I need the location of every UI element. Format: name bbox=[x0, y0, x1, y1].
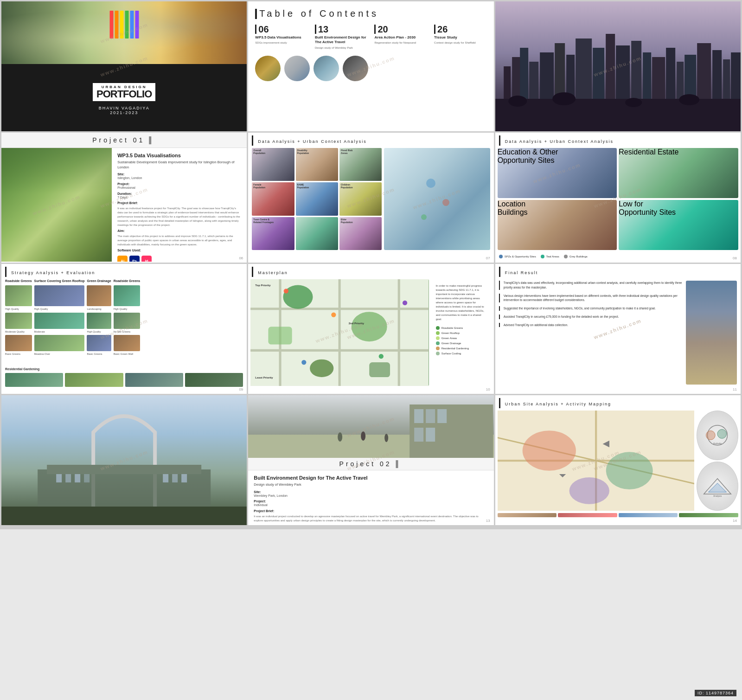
strategy-col-1: Roadside Greens High Quality Moderate Qu… bbox=[5, 279, 32, 363]
da2-label-2: Residential Estate bbox=[619, 148, 738, 156]
aim-text: The main objective of this project is to… bbox=[117, 234, 241, 247]
strategy-img-9 bbox=[87, 335, 111, 351]
legend-item-2: Teal Areas bbox=[541, 255, 559, 258]
res-img-1 bbox=[5, 373, 63, 387]
svg-rect-50 bbox=[163, 474, 168, 482]
da1-watermark: www.zhihu.com bbox=[412, 188, 461, 210]
toc-accent bbox=[255, 9, 257, 19]
svg-point-40 bbox=[379, 354, 384, 359]
map-dot-1 bbox=[426, 179, 435, 188]
svg-rect-53 bbox=[1, 507, 247, 525]
legend-green: Green Areas bbox=[436, 336, 487, 340]
us-diagrams: Activity Analysis bbox=[697, 411, 738, 511]
da1-maps-area: OverallPopulation DisabilityPopulation F… bbox=[248, 146, 493, 252]
map-label-3: Flood RiskZones bbox=[341, 149, 353, 154]
legend-green-label: Green Areas bbox=[441, 337, 457, 340]
software-icons: Ai Ps Id bbox=[117, 256, 241, 262]
portfolio-label: PORTFOLIO bbox=[96, 89, 152, 99]
map-dot-3 bbox=[421, 214, 427, 220]
us-bottom-photos bbox=[498, 513, 738, 517]
da2-map-1: Education & OtherOpportunity Sites www.z… bbox=[498, 148, 617, 198]
page-num-09: 09 bbox=[239, 387, 243, 392]
project01-subtitle: Sustainable Development Goals improvemen… bbox=[117, 160, 241, 170]
map-thumb-8 bbox=[296, 217, 338, 250]
map-thumb-4: FemalePopulation bbox=[252, 182, 294, 215]
id-badge: ID: 1149787364 bbox=[695, 690, 736, 696]
page-num-06: 06 bbox=[239, 256, 243, 260]
rainbow-bar-red bbox=[109, 11, 113, 39]
project01-photo-bg bbox=[1, 148, 112, 262]
map-label-1: OverallPopulation bbox=[253, 149, 265, 154]
svg-text:Activity: Activity bbox=[713, 442, 722, 445]
strategy-title-2: Surface Covering Green Rooftop bbox=[34, 279, 85, 283]
strategy-text-1: High Quality bbox=[5, 308, 32, 311]
legend-dot-3 bbox=[564, 255, 568, 258]
res-img-3 bbox=[125, 373, 183, 387]
final-bullet-3: Suggested the importance of involving st… bbox=[499, 306, 684, 311]
toc-title: Table of Contents bbox=[259, 8, 379, 19]
da2-legend: SPZs & Opportunity Sites Teal Areas Grey… bbox=[495, 252, 741, 262]
toc-num-2: 13 bbox=[315, 25, 368, 34]
id-icon: Id bbox=[141, 256, 152, 262]
p02-site-label: Site: bbox=[254, 490, 488, 494]
city-skyline-page: www.zhihu.com bbox=[495, 1, 741, 131]
da2-map-3: LocationBuildings bbox=[498, 200, 617, 250]
da2-content: Education & OtherOpportunity Sites www.z… bbox=[495, 146, 741, 252]
masterplan-content: Top Priority 2nd Priority Least Priority bbox=[248, 277, 493, 388]
toc-num-1: 06 bbox=[255, 25, 308, 34]
svg-rect-63 bbox=[414, 428, 423, 442]
project01-photo: www.zhihu.com bbox=[1, 148, 112, 262]
strategy-header: Strategy Analysis + Evaluation bbox=[5, 267, 243, 277]
strategy-img-1 bbox=[5, 285, 32, 306]
diagram-svg-1: Activity bbox=[697, 411, 738, 460]
toc-circle-4 bbox=[343, 56, 368, 81]
duration-value: 7 Days bbox=[117, 195, 241, 200]
strategy-img-2 bbox=[5, 313, 32, 329]
site-label: Site: bbox=[117, 173, 241, 176]
strategy-img-7 bbox=[87, 285, 111, 306]
p02-photo-svg bbox=[248, 395, 493, 458]
wembley-arch-svg bbox=[1, 395, 247, 525]
city-skyline-svg bbox=[495, 1, 741, 131]
us-map-svg bbox=[498, 411, 694, 511]
svg-point-57 bbox=[361, 431, 365, 441]
strategy-text-4: High Quality bbox=[34, 308, 85, 311]
legend-residential: Residential Gardening bbox=[436, 347, 487, 350]
site-value: Islington, London bbox=[117, 176, 241, 180]
portfolio-title-block: URBAN DESIGN PORTFOLIO bbox=[93, 83, 155, 101]
legend-dot-drainage bbox=[436, 341, 440, 345]
project01-title: WP3.5 Data Visualisations bbox=[117, 153, 241, 158]
urban-site-header: Urban Site Analysis + Activity Mapping bbox=[499, 398, 737, 408]
svg-rect-62 bbox=[437, 409, 447, 423]
rainbow-bar-blue bbox=[130, 11, 134, 39]
legend-item-3: Grey Buildings bbox=[564, 255, 588, 258]
big-map: www.zhihu.com bbox=[384, 148, 490, 250]
project-type-label: Project: bbox=[117, 182, 241, 186]
svg-point-69 bbox=[522, 430, 576, 470]
small-maps-col: OverallPopulation DisabilityPopulation F… bbox=[252, 148, 382, 250]
priority-top: Top Priority bbox=[255, 284, 270, 287]
strategy-img-8 bbox=[87, 313, 111, 329]
strategy-col-2: Surface Covering Green Rooftop High Qual… bbox=[34, 279, 85, 363]
toc-item-sub-4: Context design study for Sheffield bbox=[434, 41, 487, 45]
svg-rect-64 bbox=[426, 428, 435, 442]
data-analysis-2-page: Data Analysis + Urban Context Analysis E… bbox=[495, 133, 741, 263]
strategy-text-9: Basic Greens bbox=[87, 353, 111, 356]
project02-header: Project 02 ▌ bbox=[248, 458, 493, 470]
masterplan-legend: Roadside Greens Green Rooftop Green Area… bbox=[434, 324, 489, 359]
legend-rooftop: Green Rooftop bbox=[436, 331, 487, 335]
strategy-text-3: Basic Greens bbox=[5, 353, 32, 356]
city-photo: www.zhihu.com bbox=[495, 1, 741, 131]
toc-circle-2 bbox=[284, 56, 310, 81]
strategy-text-10: High Quality bbox=[114, 308, 141, 311]
project02-subtitle: Design study of Wembley Park bbox=[254, 482, 488, 488]
rainbow-bar-orange bbox=[115, 11, 118, 39]
res-img-4 bbox=[185, 373, 243, 387]
p02-proj-value: Individual bbox=[254, 503, 488, 507]
svg-rect-60 bbox=[414, 409, 423, 423]
ai-icon: Ai bbox=[117, 256, 128, 262]
logo-box: URBAN DESIGN PORTFOLIO bbox=[93, 83, 155, 101]
page-num-14: 14 bbox=[733, 519, 737, 523]
masterplan-right: In order to make meaningful progress tow… bbox=[431, 279, 492, 386]
legend-dot-green bbox=[436, 336, 440, 340]
